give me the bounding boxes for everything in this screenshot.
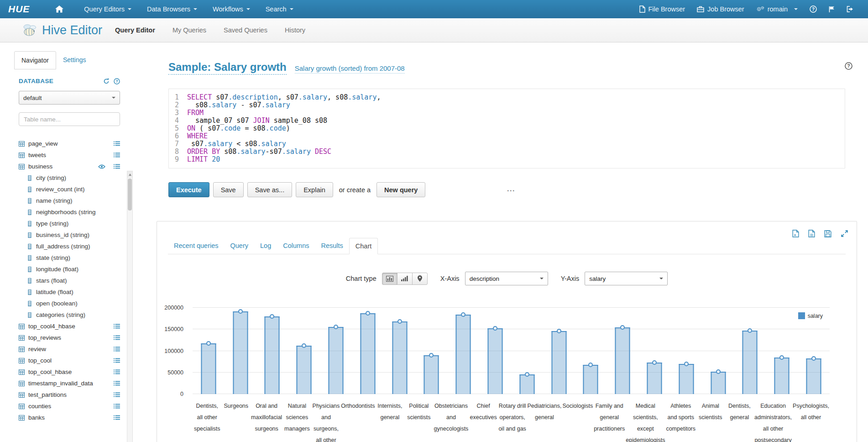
table-item-top-reviews[interactable]: top_reviews <box>19 332 120 343</box>
expand-icon[interactable] <box>841 230 848 237</box>
column-item-business-id-string[interactable]: business_id (string) <box>19 229 120 241</box>
list-icon[interactable] <box>114 381 120 386</box>
table-item-top-cool4-hbase[interactable]: top_cool4_hbase <box>19 321 120 332</box>
hue-logo[interactable]: HUE <box>8 4 30 15</box>
table-item-test-partitions[interactable]: test_partitions <box>19 389 120 400</box>
save-as-button[interactable]: Save as... <box>247 182 292 197</box>
explain-button[interactable]: Explain <box>296 182 333 197</box>
column-item-categories-string[interactable]: categories (string) <box>19 309 120 321</box>
code-line[interactable]: 1SELECT s07.description, s07.salary, s08… <box>169 94 845 101</box>
bar-medical-scientists-except-epidemiologists[interactable] <box>647 363 662 394</box>
bar-surgeons[interactable] <box>233 311 248 394</box>
x-axis-select[interactable]: description <box>465 272 548 285</box>
database-select[interactable]: default <box>19 91 120 105</box>
list-icon[interactable] <box>114 153 120 158</box>
download-csv-icon[interactable] <box>808 230 815 237</box>
code-line[interactable]: 2 s08.salary - s07.salary <box>169 101 845 109</box>
code-line[interactable]: 9LIMIT 20 <box>169 156 845 163</box>
column-item-full-address-string[interactable]: full_address (string) <box>19 241 120 252</box>
query-help-button[interactable]: ? <box>845 62 852 70</box>
menu-workflows[interactable]: Workflows <box>205 0 258 18</box>
bar-oral-and-maxillofacial-surgeons[interactable] <box>265 316 280 394</box>
sidebar-tab-settings[interactable]: Settings <box>56 51 93 69</box>
list-icon[interactable] <box>114 324 120 329</box>
bar-rotary-drill-operators-oil-and-gas[interactable] <box>519 374 534 394</box>
bar-sociologists[interactable] <box>583 365 598 394</box>
results-tab-log[interactable]: Log <box>254 238 277 254</box>
code-line[interactable]: 8ORDER BY s08.salary-s07.salary DESC <box>169 148 845 156</box>
new-query-button[interactable]: New query <box>376 182 425 197</box>
list-icon[interactable] <box>114 392 120 397</box>
bar-athletes-and-sports-competitors[interactable] <box>679 364 694 394</box>
menu-query-editors[interactable]: Query Editors <box>76 0 139 18</box>
page-title[interactable]: Sample: Salary growth <box>168 61 287 75</box>
table-filter-input[interactable] <box>19 112 120 126</box>
table-item-timestamp-invalid-data[interactable]: timestamp_invalid_data <box>19 378 120 389</box>
table-item-review[interactable]: review <box>19 343 120 355</box>
bar-psychologists-all-other[interactable] <box>806 358 821 394</box>
bar-education-administrators-all-other-postsecondary[interactable] <box>774 358 790 394</box>
list-icon[interactable] <box>114 335 120 340</box>
sidebar-tab-navigator[interactable]: Navigator <box>14 51 56 69</box>
question-circle-icon[interactable]: ? <box>114 78 120 84</box>
code-line[interactable]: 4 sample_07 s07 JOIN sample_08 s08 <box>169 117 845 125</box>
code-line[interactable]: 7 s07.salary < s08.salary <box>169 140 845 148</box>
job-browser-link[interactable]: Job Browser <box>691 0 750 18</box>
tab-history[interactable]: History <box>285 26 305 34</box>
logout-button[interactable] <box>841 0 860 18</box>
results-tab-query[interactable]: Query <box>225 238 255 254</box>
bar-pediatricians-general[interactable] <box>551 331 566 394</box>
download-xls-icon[interactable]: x <box>792 230 799 237</box>
user-menu[interactable]: romain <box>750 0 804 18</box>
query-subtitle[interactable]: Salary growth (sorted) from 2007-08 <box>295 64 405 74</box>
list-icon[interactable] <box>114 358 120 363</box>
list-icon[interactable] <box>114 415 120 420</box>
tab-query-editor[interactable]: Query Editor <box>115 26 155 34</box>
bar-animal-scientists[interactable] <box>711 372 726 394</box>
results-tab-chart[interactable]: Chart <box>349 238 378 254</box>
tab-saved-queries[interactable]: Saved Queries <box>224 26 267 34</box>
table-item-counties[interactable]: counties <box>19 400 120 412</box>
file-browser-link[interactable]: File Browser <box>633 0 691 18</box>
bar-physicians-and-surgeons-all-other[interactable] <box>329 327 344 394</box>
scrollbar-thumb[interactable] <box>128 179 132 210</box>
table-item-top-cool[interactable]: top_cool <box>19 355 120 366</box>
code-line[interactable]: 5ON ( s07.code = s08.code) <box>169 125 845 132</box>
column-item-type-string[interactable]: type (string) <box>19 218 120 229</box>
column-item-state-string[interactable]: state (string) <box>19 252 120 263</box>
list-icon[interactable] <box>114 369 120 374</box>
app-title[interactable]: Hive Editor <box>42 23 102 37</box>
code-line[interactable]: 6WHERE <box>169 132 845 140</box>
list-icon[interactable] <box>114 141 120 146</box>
list-icon[interactable] <box>114 164 120 169</box>
menu-search[interactable]: Search <box>258 0 301 18</box>
bar-family-and-general-practitioners[interactable] <box>615 327 630 394</box>
bar-natural-sciences-managers[interactable] <box>297 346 312 394</box>
results-tab-recent-queries[interactable]: Recent queries <box>168 238 225 254</box>
map-chart-button[interactable] <box>412 273 428 285</box>
code-line[interactable]: 3FROM <box>169 109 845 117</box>
table-item-page-view[interactable]: page_view <box>19 138 120 149</box>
bar-obstetricians-and-gynecologists[interactable] <box>456 315 471 394</box>
list-icon[interactable] <box>114 347 120 352</box>
editor-resize-handle[interactable]: ... <box>507 185 515 193</box>
scroll-up-button[interactable] <box>127 171 132 178</box>
table-item-business[interactable]: business <box>19 161 120 172</box>
chart-legend[interactable]: salary <box>798 312 823 319</box>
bar-orthodontists[interactable] <box>360 313 375 394</box>
help-button[interactable]: ? <box>804 0 823 18</box>
bar-chief-executives[interactable] <box>488 328 503 394</box>
list-icon[interactable] <box>114 404 120 409</box>
feedback-flag-button[interactable] <box>823 0 841 18</box>
hbar-chart-button[interactable] <box>382 273 397 285</box>
table-item-top-cool-hbase[interactable]: top_cool_hbase <box>19 366 120 378</box>
vbar-chart-button[interactable] <box>397 273 413 285</box>
eye-icon[interactable] <box>98 164 105 169</box>
y-axis-select[interactable]: salary <box>585 272 668 285</box>
column-item-stars-float[interactable]: stars (float) <box>19 275 120 286</box>
results-tab-columns[interactable]: Columns <box>277 238 315 254</box>
bar-political-scientists[interactable] <box>424 355 439 394</box>
save-icon[interactable] <box>824 230 831 237</box>
sql-editor[interactable]: 1SELECT s07.description, s07.salary, s08… <box>168 89 845 168</box>
bar-dentists-general[interactable] <box>743 331 758 394</box>
